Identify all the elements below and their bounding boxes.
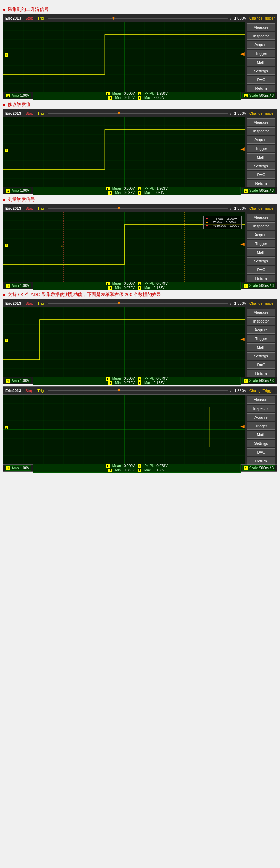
scope-voltage: 1.000V	[234, 16, 246, 20]
waveform-canvas	[3, 395, 245, 464]
scope-body-0: 1MeasureInspectorAcquireTriggerMathSetti…	[3, 22, 277, 92]
btn-inspector[interactable]: Inspector	[247, 317, 275, 325]
footer-scale: 1Scale500ns / 3	[242, 283, 275, 288]
scope-body-3: 1MeasureInspectorAcquireTriggerMathSetti…	[3, 307, 277, 377]
scope-body-4: 1MeasureInspectorAcquireTriggerMathSetti…	[3, 395, 277, 464]
footer-amp: 1Amp1.00V	[5, 188, 31, 193]
btn-return[interactable]: Return	[247, 85, 275, 92]
waveform-canvas	[3, 117, 245, 187]
trigger-line-area: ▼/	[48, 111, 231, 116]
footer-scale: 1Scale500ns / 3	[242, 93, 275, 98]
btn-inspector[interactable]: Inspector	[247, 222, 275, 230]
btn-measure[interactable]: Measure	[247, 309, 275, 316]
btn-return[interactable]: Return	[247, 457, 275, 465]
btn-inspector[interactable]: Inspector	[247, 32, 275, 40]
waveform-canvas	[3, 22, 245, 92]
scope-brand: Eric2013	[5, 206, 21, 210]
btn-dac[interactable]: DAC	[247, 266, 275, 274]
btn-settings[interactable]: Settings	[247, 352, 275, 360]
btn-settings[interactable]: Settings	[247, 257, 275, 265]
footer-middle: 1Mean0.000V1Pk-Pk0.078V1Min0.080V1Max0.1…	[33, 463, 241, 473]
scope-brand: Eric2013	[5, 111, 21, 115]
btn-acquire[interactable]: Acquire	[247, 41, 275, 49]
page-container: 采集到的上升沿信号Eric2013StopTrig▼/1.000VChangeT…	[0, 0, 280, 477]
scope-buttons-4: MeasureInspectorAcquireTriggerMathSettin…	[245, 395, 277, 464]
section-label-3: 支持 6K 个 ADC 采集数据的浏览功能，下面是左移和右移 200 个数据的效…	[3, 291, 277, 298]
scope-panel-3: Eric2013StopTrig▼/1.360VChangeTrigger1Me…	[3, 299, 277, 384]
scope-changetrigger: ChangeTrigger	[249, 111, 275, 115]
btn-acquire[interactable]: Acquire	[247, 413, 275, 421]
btn-return[interactable]: Return	[247, 180, 275, 187]
scope-brand: Eric2013	[5, 16, 21, 20]
scope-footer-4: 1Amp1.00V1Mean0.000V1Pk-Pk0.078V1Min0.08…	[3, 464, 277, 471]
scope-header-0: Eric2013StopTrig▼/1.000VChangeTrigger	[3, 14, 277, 22]
btn-math[interactable]: Math	[247, 153, 275, 161]
scope-status: Stop	[25, 111, 33, 115]
scope-buttons-1: MeasureInspectorAcquireTriggerMathSettin…	[245, 117, 277, 187]
btn-dac[interactable]: DAC	[247, 76, 275, 84]
footer-amp: 1Amp1.00V	[5, 465, 31, 471]
cursor-row: ●#150.0us2.000V	[206, 224, 239, 227]
footer-middle: 1Mean0.000V1Pk-Pk0.079V1Min0.079V1Max0.1…	[33, 376, 241, 385]
scope-brand: Eric2013	[5, 301, 21, 305]
scope-trig: Trig	[37, 111, 44, 115]
section-label-2: 测量触发信号	[3, 196, 277, 203]
scope-buttons-0: MeasureInspectorAcquireTriggerMathSettin…	[245, 22, 277, 92]
btn-math[interactable]: Math	[247, 248, 275, 256]
btn-acquire[interactable]: Acquire	[247, 231, 275, 239]
section-label-0: 采集到的上升沿信号	[3, 6, 277, 13]
btn-settings[interactable]: Settings	[247, 67, 275, 75]
btn-trigger[interactable]: Trigger	[247, 145, 275, 152]
btn-settings[interactable]: Settings	[247, 440, 275, 447]
btn-trigger[interactable]: Trigger	[247, 240, 275, 247]
btn-measure[interactable]: Measure	[247, 214, 275, 221]
btn-return[interactable]: Return	[247, 370, 275, 377]
scope-screen-2: 1●-75.0us2.000V●75.0us0.000V●#150.0us2.0…	[3, 212, 245, 282]
scope-buttons-2: MeasureInspectorAcquireTriggerMathSettin…	[245, 212, 277, 282]
scope-buttons-3: MeasureInspectorAcquireTriggerMathSettin…	[245, 307, 277, 377]
btn-dac[interactable]: DAC	[247, 361, 275, 369]
scope-footer-3: 1Amp1.00V1Mean0.000V1Pk-Pk0.079V1Min0.07…	[3, 377, 277, 384]
scope-brand: Eric2013	[5, 389, 21, 393]
section-label-1: 修改触发值	[3, 101, 277, 108]
btn-acquire[interactable]: Acquire	[247, 326, 275, 334]
footer-middle: 1Mean0.000V1Pk-Pk1.963V1Min0.088V1Max2.0…	[33, 186, 241, 195]
waveform-canvas	[3, 307, 245, 377]
btn-trigger[interactable]: Trigger	[247, 50, 275, 57]
cursor-row: ●75.0us0.000V	[206, 220, 239, 224]
btn-acquire[interactable]: Acquire	[247, 136, 275, 144]
scope-header-4: Eric2013StopTrig▼/1.360VChangeTrigger	[3, 387, 277, 395]
trigger-line-area: ▼/	[48, 301, 231, 306]
btn-math[interactable]: Math	[247, 343, 275, 351]
btn-inspector[interactable]: Inspector	[247, 405, 275, 412]
btn-return[interactable]: Return	[247, 275, 275, 282]
scope-body-2: 1●-75.0us2.000V●75.0us0.000V●#150.0us2.0…	[3, 212, 277, 282]
section-4: Eric2013StopTrig▼/1.360VChangeTrigger1Me…	[3, 386, 277, 472]
btn-settings[interactable]: Settings	[247, 162, 275, 170]
trigger-line-area: ▼/	[48, 16, 231, 21]
btn-measure[interactable]: Measure	[247, 23, 275, 31]
section-2: 测量触发信号Eric2013StopTrig▼/1.360VChangeTrig…	[3, 196, 277, 289]
scope-footer-0: 1Amp1.00V1Mean0.000V1Pk-Pk1.950V1Min0.08…	[3, 92, 277, 99]
scope-header-2: Eric2013StopTrig▼/1.360VChangeTrigger	[3, 204, 277, 212]
scope-status: Stop	[25, 301, 33, 305]
scope-status: Stop	[25, 389, 33, 393]
footer-scale: 1Scale500ns / 3	[242, 465, 275, 471]
btn-inspector[interactable]: Inspector	[247, 127, 275, 135]
scope-footer-2: 1Amp1.00V1Mean0.000V1Pk-Pk0.079V1Min0.07…	[3, 282, 277, 289]
scope-changetrigger: ChangeTrigger	[249, 389, 275, 393]
btn-trigger[interactable]: Trigger	[247, 335, 275, 342]
scope-header-1: Eric2013StopTrig▼/1.360VChangeTrigger	[3, 109, 277, 117]
btn-trigger[interactable]: Trigger	[247, 422, 275, 430]
btn-math[interactable]: Math	[247, 431, 275, 439]
btn-measure[interactable]: Measure	[247, 396, 275, 404]
btn-measure[interactable]: Measure	[247, 118, 275, 126]
trigger-line-area: ▼/	[48, 388, 231, 393]
btn-math[interactable]: Math	[247, 58, 275, 66]
scope-trig: Trig	[37, 16, 44, 20]
btn-dac[interactable]: DAC	[247, 448, 275, 456]
scope-panel-1: Eric2013StopTrig▼/1.360VChangeTrigger1Me…	[3, 109, 277, 194]
btn-dac[interactable]: DAC	[247, 171, 275, 179]
cursor-row: ●-75.0us2.000V	[206, 217, 239, 220]
footer-amp: 1Amp1.00V	[5, 93, 31, 98]
